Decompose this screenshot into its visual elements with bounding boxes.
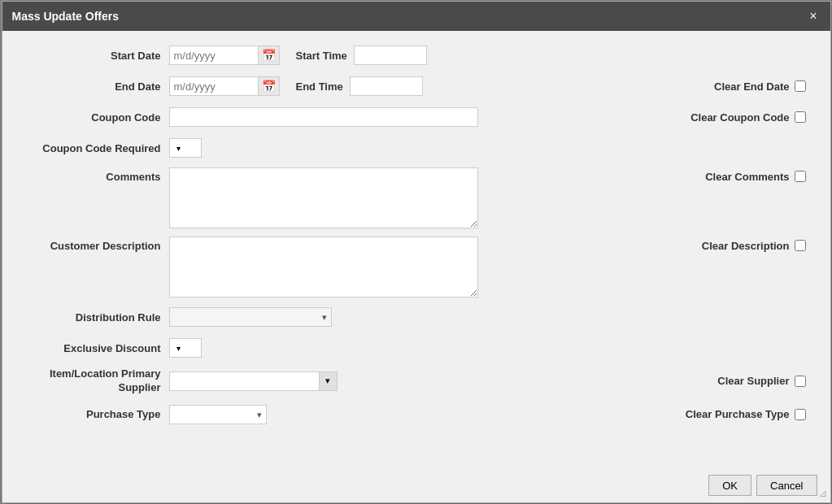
end-time-input[interactable] bbox=[350, 76, 423, 96]
purchase-type-select[interactable] bbox=[169, 405, 267, 424]
exclusive-discount-field: ▾ bbox=[169, 338, 651, 358]
start-date-row: Start Date 📅 Start Time bbox=[19, 44, 814, 67]
cancel-button[interactable]: Cancel bbox=[756, 475, 817, 496]
start-time-group: Start Time bbox=[296, 46, 427, 65]
distribution-rule-wrapper bbox=[169, 307, 332, 327]
supplier-arrow-icon: ▾ bbox=[325, 376, 330, 386]
end-date-row: End Date 📅 End Time Clear End Date bbox=[19, 75, 814, 98]
end-date-calendar-button[interactable]: 📅 bbox=[259, 76, 280, 96]
clear-coupon-col: Clear Coupon Code bbox=[651, 111, 814, 124]
supplier-dropdown-button[interactable]: ▾ bbox=[320, 371, 338, 391]
clear-description-label: Clear Description bbox=[702, 240, 790, 252]
clear-end-date-checkbox[interactable] bbox=[795, 80, 806, 92]
comments-row: Comments Clear Comments bbox=[19, 167, 814, 228]
end-date-input[interactable] bbox=[169, 76, 259, 96]
purchase-type-row: Purchase Type Clear Purchase Type bbox=[19, 403, 814, 426]
clear-purchase-type-label: Clear Purchase Type bbox=[686, 408, 790, 420]
supplier-input[interactable] bbox=[169, 371, 320, 391]
clear-description-col: Clear Description bbox=[651, 237, 814, 252]
purchase-type-label: Purchase Type bbox=[19, 408, 169, 420]
dialog-title: Mass Update Offers bbox=[12, 10, 119, 23]
clear-purchase-type-col: Clear Purchase Type bbox=[651, 408, 814, 420]
coupon-code-field bbox=[169, 107, 651, 127]
clear-supplier-label: Clear Supplier bbox=[717, 375, 789, 387]
supplier-label: Item/Location Primary Supplier bbox=[19, 367, 169, 395]
dialog-body: Start Date 📅 Start Time End Date 📅 End T… bbox=[2, 31, 830, 468]
purchase-type-field bbox=[169, 405, 651, 424]
start-time-input[interactable] bbox=[354, 46, 427, 65]
supplier-row: Item/Location Primary Supplier ▾ Clear S… bbox=[19, 367, 814, 395]
start-date-field: 📅 Start Time bbox=[169, 46, 651, 65]
clear-comments-checkbox[interactable] bbox=[795, 171, 806, 182]
distribution-rule-select[interactable] bbox=[169, 307, 332, 327]
clear-description-checkbox[interactable] bbox=[795, 240, 806, 251]
coupon-code-label: Coupon Code bbox=[19, 111, 169, 124]
exclusive-discount-dropdown[interactable]: ▾ bbox=[169, 338, 202, 358]
start-date-calendar-button[interactable]: 📅 bbox=[259, 46, 280, 65]
clear-comments-col: Clear Comments bbox=[651, 167, 814, 183]
clear-end-date-label: Clear End Date bbox=[714, 80, 789, 93]
clear-coupon-code-label: Clear Coupon Code bbox=[690, 111, 789, 124]
clear-purchase-type-checkbox[interactable] bbox=[795, 409, 806, 420]
distribution-rule-row: Distribution Rule bbox=[19, 306, 814, 328]
comments-textarea[interactable] bbox=[169, 167, 478, 228]
start-date-label: Start Date bbox=[19, 50, 169, 62]
customer-description-row: Customer Description Clear Description bbox=[19, 237, 814, 298]
dropdown-arrow-icon: ▾ bbox=[176, 144, 181, 153]
customer-description-label: Customer Description bbox=[19, 237, 169, 252]
resize-handle-icon: ⊿ bbox=[819, 488, 827, 499]
clear-supplier-col: Clear Supplier bbox=[651, 375, 814, 387]
start-date-input[interactable] bbox=[169, 46, 259, 65]
end-time-label: End Time bbox=[296, 80, 343, 93]
exclusive-discount-arrow-icon: ▾ bbox=[176, 344, 181, 353]
dialog-header: Mass Update Offers × bbox=[2, 2, 830, 31]
supplier-input-wrapper: ▾ bbox=[169, 371, 338, 391]
end-time-group: End Time bbox=[296, 76, 423, 96]
distribution-rule-label: Distribution Rule bbox=[19, 311, 169, 324]
coupon-code-required-label: Coupon Code Required bbox=[19, 142, 169, 154]
coupon-code-row: Coupon Code Clear Coupon Code bbox=[19, 106, 814, 128]
start-time-label: Start Time bbox=[296, 50, 347, 62]
clear-comments-label: Clear Comments bbox=[705, 171, 789, 183]
close-button[interactable]: × bbox=[806, 8, 820, 24]
purchase-type-wrapper bbox=[169, 405, 267, 424]
distribution-rule-field bbox=[169, 307, 651, 327]
comments-label: Comments bbox=[19, 167, 169, 183]
ok-button[interactable]: OK bbox=[708, 475, 751, 496]
coupon-code-required-field: ▾ bbox=[169, 138, 651, 158]
clear-end-date-col: Clear End Date bbox=[651, 80, 814, 93]
end-date-label: End Date bbox=[19, 80, 169, 93]
comments-field bbox=[169, 167, 651, 228]
clear-supplier-checkbox[interactable] bbox=[795, 376, 806, 387]
coupon-code-required-row: Coupon Code Required ▾ bbox=[19, 137, 814, 159]
customer-description-textarea[interactable] bbox=[169, 237, 478, 298]
coupon-code-input[interactable] bbox=[169, 107, 478, 127]
clear-coupon-code-checkbox[interactable] bbox=[795, 111, 806, 123]
dialog-footer: OK Cancel ⊿ bbox=[2, 468, 830, 502]
exclusive-discount-label: Exclusive Discount bbox=[19, 342, 169, 354]
exclusive-discount-row: Exclusive Discount ▾ bbox=[19, 337, 814, 359]
end-date-field: 📅 End Time bbox=[169, 76, 651, 96]
coupon-code-required-dropdown[interactable]: ▾ bbox=[169, 138, 202, 158]
supplier-field: ▾ bbox=[169, 371, 651, 391]
customer-description-field bbox=[169, 237, 651, 298]
mass-update-dialog: Mass Update Offers × Start Date 📅 Start … bbox=[2, 1, 831, 503]
